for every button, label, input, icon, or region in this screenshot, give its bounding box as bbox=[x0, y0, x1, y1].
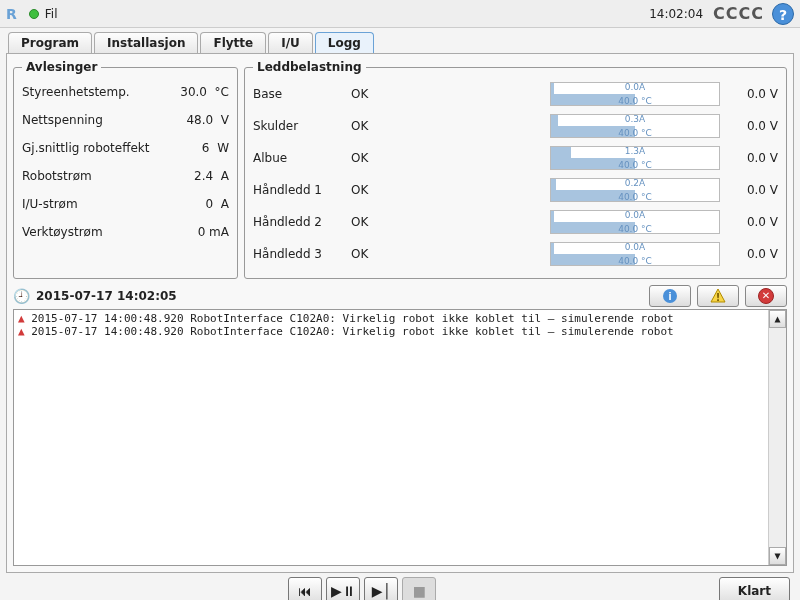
joint-amps: 0.2A bbox=[551, 178, 719, 188]
scroll-down-button[interactable]: ▼ bbox=[769, 547, 786, 565]
tool-current-unit: mA bbox=[209, 225, 229, 239]
controller-temp-unit: °C bbox=[215, 85, 229, 99]
tab-bar: Program Installasjon Flytte I/U Logg bbox=[0, 28, 800, 53]
joint-amps: 1.3A bbox=[551, 146, 719, 156]
io-current-value: 0 bbox=[206, 197, 214, 211]
readings-panel: Avlesinger Styreenhetstemp. 30.0 °C Nett… bbox=[13, 60, 238, 279]
bottom-bar: ⏮ ▶⏸ ▶│ ■ Klart bbox=[0, 573, 800, 600]
joint-voltage: 0.0 V bbox=[728, 151, 778, 165]
avg-power-value: 6 bbox=[202, 141, 210, 155]
robot-current-value: 2.4 bbox=[194, 169, 213, 183]
joint-temp: 40.0 °C bbox=[551, 256, 719, 266]
joint-row: BaseOK0.0A40.0 °C0.0 V bbox=[253, 78, 778, 110]
joint-temp: 40.0 °C bbox=[551, 224, 719, 234]
io-current-label: I/U-strøm bbox=[22, 197, 78, 211]
warning-glyph-icon: ▲ bbox=[18, 312, 25, 325]
joint-voltage: 0.0 V bbox=[728, 215, 778, 229]
robot-current-unit: A bbox=[221, 169, 229, 183]
joint-voltage: 0.0 V bbox=[728, 87, 778, 101]
main-voltage-label: Nettspenning bbox=[22, 113, 103, 127]
avg-power-label: Gj.snittlig roboteffekt bbox=[22, 141, 150, 155]
tab-program[interactable]: Program bbox=[8, 32, 92, 53]
warning-icon: ! bbox=[710, 288, 726, 304]
top-bar: R Fil 14:02:04 CCCC ? bbox=[0, 0, 800, 28]
log-filter-error-button[interactable]: ✕ bbox=[745, 285, 787, 307]
tab-move[interactable]: Flytte bbox=[200, 32, 266, 53]
joint-amps: 0.0A bbox=[551, 210, 719, 220]
step-forward-button[interactable]: ▶│ bbox=[364, 577, 398, 600]
joint-temp: 40.0 °C bbox=[551, 192, 719, 202]
joint-row: Håndledd 3OK0.0A40.0 °C0.0 V bbox=[253, 238, 778, 270]
joint-status: OK bbox=[351, 87, 391, 101]
joint-row: Håndledd 2OK0.0A40.0 °C0.0 V bbox=[253, 206, 778, 238]
log-filter-warning-button[interactable]: ! bbox=[697, 285, 739, 307]
joint-gauge: 0.0A40.0 °C bbox=[550, 82, 720, 106]
tab-io[interactable]: I/U bbox=[268, 32, 313, 53]
readings-title: Avlesinger bbox=[22, 60, 101, 74]
log-line[interactable]: ▲ 2015-07-17 14:00:48.920 RobotInterface… bbox=[18, 325, 782, 338]
joint-name: Base bbox=[253, 87, 343, 101]
tool-current-label: Verktøystrøm bbox=[22, 225, 103, 239]
joint-gauge: 1.3A40.0 °C bbox=[550, 146, 720, 170]
robot-current-label: Robotstrøm bbox=[22, 169, 92, 183]
joint-status: OK bbox=[351, 215, 391, 229]
log-line[interactable]: ▲ 2015-07-17 14:00:48.920 RobotInterface… bbox=[18, 312, 782, 325]
joint-name: Håndledd 2 bbox=[253, 215, 343, 229]
joint-gauge: 0.0A40.0 °C bbox=[550, 242, 720, 266]
brand-label: CCCC bbox=[713, 4, 764, 23]
help-button[interactable]: ? bbox=[772, 3, 794, 25]
joint-name: Håndledd 1 bbox=[253, 183, 343, 197]
main-voltage-value: 48.0 bbox=[186, 113, 213, 127]
joint-amps: 0.0A bbox=[551, 82, 719, 92]
log-toolbar: 🕘 2015-07-17 14:02:05 i ! ✕ bbox=[13, 285, 787, 307]
joint-name: Håndledd 3 bbox=[253, 247, 343, 261]
joint-status: OK bbox=[351, 247, 391, 261]
controller-temp-label: Styreenhetstemp. bbox=[22, 85, 130, 99]
joint-name: Skulder bbox=[253, 119, 343, 133]
status-dot-icon bbox=[29, 9, 39, 19]
joint-temp: 40.0 °C bbox=[551, 128, 719, 138]
scrollbar[interactable]: ▲ ▼ bbox=[768, 310, 786, 565]
joint-status: OK bbox=[351, 183, 391, 197]
tool-current-value: 0 bbox=[198, 225, 206, 239]
info-icon: i bbox=[662, 288, 678, 304]
joint-temp: 40.0 °C bbox=[551, 96, 719, 106]
joint-status: OK bbox=[351, 151, 391, 165]
log-filter-info-button[interactable]: i bbox=[649, 285, 691, 307]
joint-row: SkulderOK0.3A40.0 °C0.0 V bbox=[253, 110, 778, 142]
svg-text:!: ! bbox=[716, 292, 721, 303]
menu-file[interactable]: Fil bbox=[45, 7, 58, 21]
joint-name: Albue bbox=[253, 151, 343, 165]
joint-amps: 0.3A bbox=[551, 114, 719, 124]
logo: R bbox=[6, 6, 17, 22]
svg-text:i: i bbox=[668, 290, 671, 302]
joint-row: AlbueOK1.3A40.0 °C0.0 V bbox=[253, 142, 778, 174]
clock-icon: 🕘 bbox=[13, 288, 30, 304]
joint-voltage: 0.0 V bbox=[728, 183, 778, 197]
joint-voltage: 0.0 V bbox=[728, 119, 778, 133]
joint-gauge: 0.2A40.0 °C bbox=[550, 178, 720, 202]
log-area[interactable]: ▲ 2015-07-17 14:00:48.920 RobotInterface… bbox=[13, 309, 787, 566]
play-pause-button[interactable]: ▶⏸ bbox=[326, 577, 360, 600]
main-voltage-unit: V bbox=[221, 113, 229, 127]
log-timestamp: 2015-07-17 14:02:05 bbox=[36, 289, 177, 303]
avg-power-unit: W bbox=[217, 141, 229, 155]
tab-log[interactable]: Logg bbox=[315, 32, 374, 53]
joint-load-title: Leddbelastning bbox=[253, 60, 366, 74]
joint-voltage: 0.0 V bbox=[728, 247, 778, 261]
stop-button[interactable]: ■ bbox=[402, 577, 436, 600]
joint-status: OK bbox=[351, 119, 391, 133]
error-icon: ✕ bbox=[758, 288, 774, 304]
rewind-button[interactable]: ⏮ bbox=[288, 577, 322, 600]
ready-button[interactable]: Klart bbox=[719, 577, 790, 600]
joint-gauge: 0.3A40.0 °C bbox=[550, 114, 720, 138]
joint-temp: 40.0 °C bbox=[551, 160, 719, 170]
io-current-unit: A bbox=[221, 197, 229, 211]
warning-glyph-icon: ▲ bbox=[18, 325, 25, 338]
scroll-up-button[interactable]: ▲ bbox=[769, 310, 786, 328]
tab-installation[interactable]: Installasjon bbox=[94, 32, 198, 53]
controller-temp-value: 30.0 bbox=[180, 85, 207, 99]
joint-row: Håndledd 1OK0.2A40.0 °C0.0 V bbox=[253, 174, 778, 206]
main-panel: Avlesinger Styreenhetstemp. 30.0 °C Nett… bbox=[6, 53, 794, 573]
joint-gauge: 0.0A40.0 °C bbox=[550, 210, 720, 234]
